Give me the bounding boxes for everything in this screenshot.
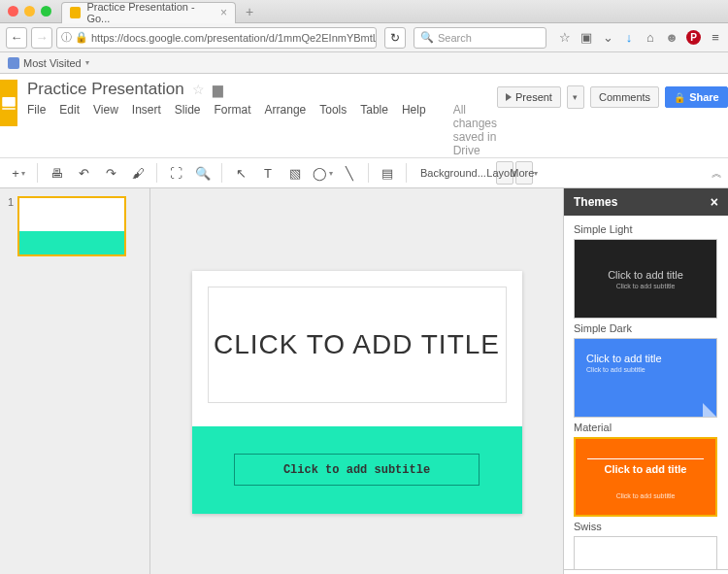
theme-material[interactable]: Click to add title Click to add subtitle: [574, 338, 717, 418]
theme-simple-dark[interactable]: Click to add title Click to add subtitle: [574, 239, 717, 319]
separator: [37, 163, 38, 183]
separator: [221, 163, 222, 183]
bookmark-folder-icon: [8, 57, 19, 69]
pinterest-icon[interactable]: P: [686, 30, 701, 45]
share-button[interactable]: 🔒Share: [665, 86, 728, 108]
smile-icon[interactable]: ☻: [665, 31, 678, 45]
line-tool[interactable]: ╲: [337, 161, 362, 185]
select-tool[interactable]: ↖: [228, 161, 253, 185]
close-window-button[interactable]: [8, 6, 18, 17]
star-document-icon[interactable]: ☆: [192, 82, 205, 97]
menu-tools[interactable]: Tools: [319, 103, 347, 157]
maximize-window-button[interactable]: [41, 6, 51, 17]
subtitle-placeholder-box[interactable]: Click to add subtitle: [234, 454, 480, 486]
filmstrip: 1: [0, 188, 150, 574]
menu-edit[interactable]: Edit: [59, 103, 80, 157]
theme-card-subtitle: Click to add subtitle: [586, 366, 645, 373]
themes-panel-header: Themes ×: [564, 188, 728, 216]
present-button[interactable]: Present: [497, 86, 561, 108]
separator: [156, 163, 157, 183]
collapse-toolbar-icon[interactable]: ︽: [711, 166, 722, 181]
canvas-viewport[interactable]: Click to add title Click to add subtitle: [150, 188, 563, 574]
downloads-icon[interactable]: ↓: [622, 31, 636, 45]
undo-button[interactable]: ↶: [71, 161, 96, 185]
theme-card-title: Click to add title: [605, 463, 687, 475]
pocket-icon[interactable]: ⌄: [601, 31, 614, 45]
document-title[interactable]: Practice Presentation: [27, 80, 184, 99]
paint-format-button[interactable]: 🖌: [125, 161, 150, 185]
title-placeholder-text: Click to add title: [214, 329, 500, 360]
browser-tab[interactable]: Practice Presentation - Go... ×: [61, 2, 236, 23]
comment-tool[interactable]: ▤: [375, 161, 400, 185]
zoom-fit-button[interactable]: ⛶: [163, 161, 188, 185]
menu-slide[interactable]: Slide: [175, 103, 201, 157]
forward-button[interactable]: →: [31, 27, 52, 49]
menu-help[interactable]: Help: [402, 103, 426, 157]
url-input[interactable]: ⓘ 🔒 https://docs.google.com/presentation…: [56, 27, 377, 49]
themes-list[interactable]: Simple Light Click to add title Click to…: [564, 216, 728, 569]
url-text: https://docs.google.com/presentation/d/1…: [91, 32, 377, 44]
close-tab-icon[interactable]: ×: [220, 6, 227, 19]
close-panel-icon[interactable]: ×: [711, 194, 718, 210]
menu-format[interactable]: Format: [215, 103, 251, 157]
new-tab-button[interactable]: +: [240, 4, 259, 19]
app-header: Practice Presentation ☆ ▆ File Edit View…: [0, 74, 728, 157]
image-tool[interactable]: ▧: [282, 161, 308, 185]
reload-button[interactable]: ↻: [384, 27, 406, 49]
themes-title: Themes: [574, 195, 617, 209]
separator: [406, 163, 407, 183]
separator: [368, 163, 369, 183]
thumbnail-band: [19, 231, 124, 254]
menu-insert[interactable]: Insert: [132, 103, 161, 157]
menu-icon[interactable]: ≡: [709, 31, 722, 45]
reader-icon[interactable]: ▣: [579, 31, 593, 45]
slides-logo-icon: [0, 94, 17, 112]
theme-current[interactable]: Click to add title Click to add subtitle: [574, 536, 717, 569]
shape-tool[interactable]: ◯: [310, 161, 335, 185]
background-button[interactable]: Background...: [413, 167, 494, 179]
present-dropdown[interactable]: ▾: [567, 85, 584, 109]
import-theme-row: Import theme: [564, 569, 728, 574]
menu-bar: File Edit View Insert Slide Format Arran…: [27, 103, 497, 157]
bookmark-star-icon[interactable]: ☆: [558, 31, 572, 45]
slide-number: 1: [8, 196, 14, 256]
most-visited-menu[interactable]: Most Visited: [23, 57, 82, 69]
theme-card-title: Click to add title: [586, 353, 662, 364]
menu-table[interactable]: Table: [360, 103, 388, 157]
canvas-area: Click to add title Click to add subtitle…: [150, 188, 563, 574]
theme-label: Swiss: [574, 521, 718, 532]
info-icon: ⓘ: [61, 30, 72, 45]
theme-label: Simple Dark: [574, 322, 718, 334]
slide-canvas[interactable]: Click to add title Click to add subtitle: [192, 271, 522, 514]
comments-button[interactable]: Comments: [590, 86, 659, 108]
search-placeholder: Search: [438, 32, 472, 44]
slides-app-icon[interactable]: [0, 80, 17, 126]
new-slide-button[interactable]: +: [6, 161, 31, 185]
menu-arrange[interactable]: Arrange: [265, 103, 307, 157]
menu-view[interactable]: View: [93, 103, 118, 157]
slide-thumbnail-row: 1: [8, 196, 142, 256]
zoom-button[interactable]: 🔍: [190, 161, 215, 185]
theme-card-title: Click to add title: [597, 569, 695, 570]
theme-swiss-orange[interactable]: Click to add title Click to add subtitle: [574, 437, 717, 517]
back-button[interactable]: ←: [6, 27, 27, 49]
dropdown-icon: ▾: [85, 58, 89, 67]
browser-search-input[interactable]: 🔍 Search: [414, 27, 546, 49]
home-icon[interactable]: ⌂: [644, 31, 657, 45]
menu-file[interactable]: File: [27, 103, 46, 157]
svg-rect-0: [2, 97, 16, 107]
redo-button[interactable]: ↷: [98, 161, 123, 185]
minimize-window-button[interactable]: [24, 6, 35, 17]
print-button[interactable]: 🖶: [44, 161, 69, 185]
bookmarks-bar: Most Visited ▾: [0, 52, 728, 74]
theme-card-title: Click to add title: [608, 269, 683, 281]
title-placeholder-box[interactable]: Click to add title: [208, 287, 507, 403]
browser-toolbar-icons: ☆ ▣ ⌄ ↓ ⌂ ☻ P ≡: [558, 30, 722, 45]
lock-icon: 🔒: [75, 31, 88, 44]
more-button[interactable]: More: [515, 161, 533, 185]
subtitle-band: Click to add subtitle: [192, 426, 522, 514]
textbox-tool[interactable]: T: [255, 161, 281, 185]
theme-label: Material: [574, 422, 718, 433]
move-folder-icon[interactable]: ▆: [213, 82, 223, 97]
slide-thumbnail-1[interactable]: [17, 196, 126, 256]
